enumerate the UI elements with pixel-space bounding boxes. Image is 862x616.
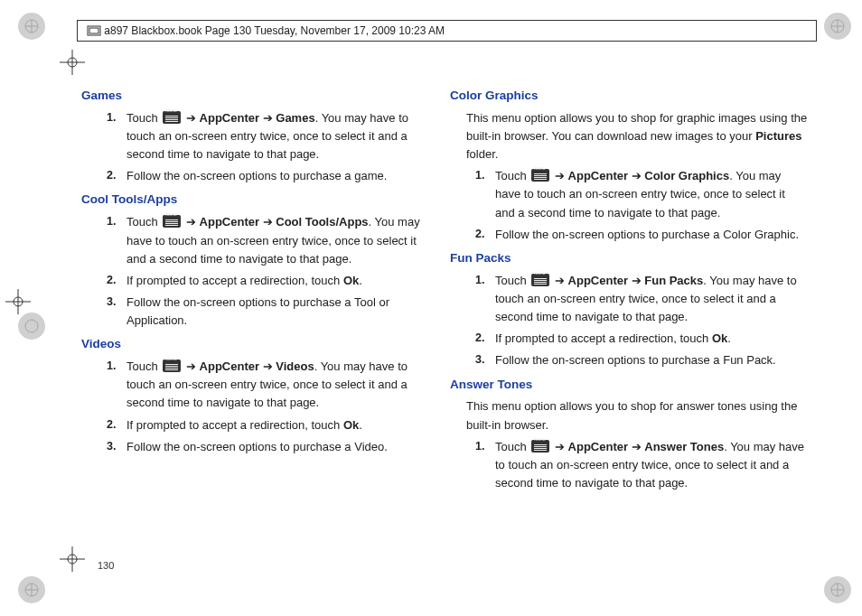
menu-icon <box>163 359 181 372</box>
list-item: 2. If prompted to accept a redirection, … <box>107 416 439 434</box>
heading-funpacks: Fun Packs <box>450 249 808 268</box>
page-number: 130 <box>98 560 114 571</box>
step-text: Touch ➔ AppCenter ➔ Answer Tones. You ma… <box>495 438 808 492</box>
step-number: 2. <box>475 330 495 348</box>
svg-rect-23 <box>89 28 98 33</box>
crop-mark-icon <box>60 546 85 572</box>
step-text: Touch ➔ AppCenter ➔ Videos. You may have… <box>126 358 439 412</box>
list-item: 1. Touch ➔ AppCenter ➔ Color Graphics. Y… <box>475 167 808 221</box>
reg-circle-icon <box>18 13 45 40</box>
step-text: Follow the on-screen options to purchase… <box>495 351 808 369</box>
list-item: 2. If prompted to accept a redirection, … <box>107 272 439 290</box>
step-text: Touch ➔ AppCenter ➔ Games. You may have … <box>126 109 439 163</box>
menu-icon <box>531 440 549 453</box>
menu-icon <box>531 274 549 286</box>
svg-point-15 <box>25 320 38 332</box>
crop-mark-icon <box>60 50 85 75</box>
page-header-meta: a897 Blackbox.book Page 130 Tuesday, Nov… <box>77 20 817 42</box>
step-number: 1. <box>475 438 495 492</box>
reg-circle-icon <box>824 13 851 40</box>
list-item: 2. Follow the on-screen options to purch… <box>475 226 808 244</box>
step-text: Touch ➔ AppCenter ➔ Fun Packs. You may h… <box>495 272 808 326</box>
reg-circle-icon <box>18 313 45 340</box>
list-item: 3. Follow the on-screen options to purch… <box>107 438 439 456</box>
step-text: Follow the on-screen options to purchase… <box>126 167 439 185</box>
step-text: Follow the on-screen options to purchase… <box>126 294 439 330</box>
heading-games: Games <box>81 87 439 106</box>
list-item: 1. Touch ➔ AppCenter ➔ Videos. You may h… <box>107 358 439 412</box>
list-item: 1. Touch ➔ AppCenter ➔ Games. You may ha… <box>107 109 439 163</box>
page-content: Games 1. Touch ➔ AppCenter ➔ Games. You … <box>98 81 808 553</box>
step-number: 1. <box>107 358 126 412</box>
reg-circle-icon <box>824 576 851 603</box>
step-number: 1. <box>107 213 126 267</box>
step-text: Touch ➔ AppCenter ➔ Cool Tools/Apps. You… <box>126 213 439 267</box>
step-number: 2. <box>475 226 495 244</box>
step-number: 1. <box>475 167 495 221</box>
heading-videos: Videos <box>81 335 439 354</box>
heading-cooltools: Cool Tools/Apps <box>81 191 439 210</box>
header-text: a897 Blackbox.book Page 130 Tuesday, Nov… <box>104 24 445 37</box>
list-item: 2. Follow the on-screen options to purch… <box>107 167 439 185</box>
step-number: 1. <box>107 109 126 163</box>
heading-answertones: Answer Tones <box>450 376 808 395</box>
step-text: Follow the on-screen options to purchase… <box>126 438 439 456</box>
menu-icon <box>531 169 549 182</box>
step-number: 3. <box>107 294 126 330</box>
list-item: 1. Touch ➔ AppCenter ➔ Fun Packs. You ma… <box>475 272 808 326</box>
step-number: 2. <box>107 416 126 434</box>
step-number: 3. <box>107 438 126 456</box>
step-number: 1. <box>475 272 495 326</box>
menu-icon <box>163 215 181 228</box>
right-column: Color Graphics This menu option allows y… <box>466 81 808 553</box>
left-column: Games 1. Touch ➔ AppCenter ➔ Games. You … <box>98 81 439 553</box>
step-number: 2. <box>107 272 126 290</box>
menu-icon <box>163 111 181 124</box>
list-item: 3. Follow the on-screen options to purch… <box>475 351 808 369</box>
intro-text: This menu option allows you to shop for … <box>466 397 808 434</box>
step-number: 2. <box>107 167 126 185</box>
list-item: 3. Follow the on-screen options to purch… <box>107 294 439 330</box>
crop-mark-icon <box>5 289 31 314</box>
step-number: 3. <box>475 351 495 369</box>
reg-circle-icon <box>18 576 45 603</box>
list-item: 1. Touch ➔ AppCenter ➔ Answer Tones. You… <box>475 438 808 492</box>
step-text: If prompted to accept a redirection, tou… <box>126 416 439 434</box>
heading-colorgraphics: Color Graphics <box>450 87 808 106</box>
step-text: If prompted to accept a redirection, tou… <box>495 330 808 348</box>
step-text: Follow the on-screen options to purchase… <box>495 226 808 244</box>
list-item: 2. If prompted to accept a redirection, … <box>475 330 808 348</box>
list-item: 1. Touch ➔ AppCenter ➔ Cool Tools/Apps. … <box>107 213 439 267</box>
step-text: If prompted to accept a redirection, tou… <box>126 272 439 290</box>
intro-text: This menu option allows you to shop for … <box>466 109 808 163</box>
step-text: Touch ➔ AppCenter ➔ Color Graphics. You … <box>495 167 808 221</box>
